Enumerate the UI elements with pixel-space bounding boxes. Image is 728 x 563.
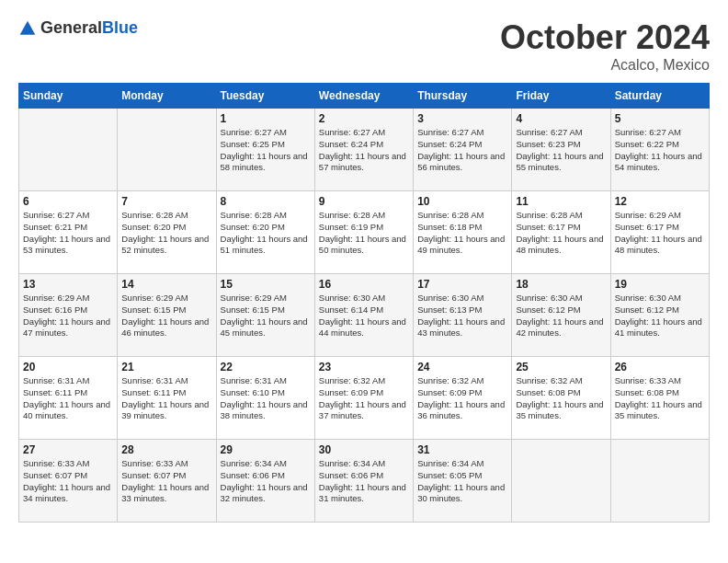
day-number: 9 (319, 195, 409, 208)
day-number: 28 (121, 443, 211, 456)
day-info: Sunrise: 6:31 AMSunset: 6:11 PMDaylight:… (121, 375, 211, 422)
day-number: 11 (516, 195, 606, 208)
day-number: 5 (615, 112, 705, 125)
day-number: 21 (121, 361, 211, 373)
day-info: Sunrise: 6:34 AMSunset: 6:06 PMDaylight:… (319, 458, 409, 505)
day-info: Sunrise: 6:28 AMSunset: 6:19 PMDaylight:… (319, 210, 409, 257)
day-info: Sunrise: 6:27 AMSunset: 6:25 PMDaylight:… (221, 127, 311, 174)
logo-text: GeneralBlue (40, 18, 138, 38)
day-info: Sunrise: 6:31 AMSunset: 6:10 PMDaylight:… (221, 375, 311, 422)
calendar-cell (512, 440, 610, 523)
calendar-body: 1Sunrise: 6:27 AMSunset: 6:25 PMDaylight… (19, 109, 710, 523)
day-info: Sunrise: 6:28 AMSunset: 6:17 PMDaylight:… (516, 210, 606, 257)
day-of-week-header: Wednesday (314, 84, 413, 109)
calendar-week-row: 20Sunrise: 6:31 AMSunset: 6:11 PMDayligh… (19, 357, 710, 440)
day-info: Sunrise: 6:27 AMSunset: 6:23 PMDaylight:… (516, 127, 606, 174)
month-title: October 2024 (500, 18, 710, 57)
day-info: Sunrise: 6:33 AMSunset: 6:07 PMDaylight:… (121, 458, 211, 505)
day-info: Sunrise: 6:28 AMSunset: 6:20 PMDaylight:… (221, 210, 311, 257)
day-info: Sunrise: 6:27 AMSunset: 6:24 PMDaylight:… (417, 127, 507, 174)
day-info: Sunrise: 6:32 AMSunset: 6:09 PMDaylight:… (319, 375, 409, 422)
day-info: Sunrise: 6:32 AMSunset: 6:09 PMDaylight:… (417, 375, 507, 422)
location-title: Acalco, Mexico (500, 57, 710, 74)
day-of-week-header: Sunday (19, 84, 118, 109)
calendar-cell: 8Sunrise: 6:28 AMSunset: 6:20 PMDaylight… (216, 191, 314, 274)
calendar-cell: 28Sunrise: 6:33 AMSunset: 6:07 PMDayligh… (118, 440, 216, 523)
day-number: 26 (615, 361, 705, 373)
day-info: Sunrise: 6:27 AMSunset: 6:22 PMDaylight:… (615, 127, 705, 174)
calendar-cell: 11Sunrise: 6:28 AMSunset: 6:17 PMDayligh… (512, 191, 610, 274)
calendar-cell: 16Sunrise: 6:30 AMSunset: 6:14 PMDayligh… (314, 274, 413, 357)
day-number: 31 (417, 443, 507, 456)
calendar-cell: 26Sunrise: 6:33 AMSunset: 6:08 PMDayligh… (610, 357, 709, 440)
calendar-cell: 6Sunrise: 6:27 AMSunset: 6:21 PMDaylight… (19, 191, 118, 274)
day-number: 12 (615, 195, 705, 208)
day-number: 29 (221, 443, 311, 456)
day-info: Sunrise: 6:30 AMSunset: 6:13 PMDaylight:… (417, 293, 507, 339)
calendar-table: SundayMondayTuesdayWednesdayThursdayFrid… (18, 83, 710, 523)
day-info: Sunrise: 6:28 AMSunset: 6:20 PMDaylight:… (121, 210, 211, 257)
calendar-cell: 22Sunrise: 6:31 AMSunset: 6:10 PMDayligh… (216, 357, 314, 440)
day-number: 1 (221, 112, 311, 125)
calendar-cell: 24Sunrise: 6:32 AMSunset: 6:09 PMDayligh… (414, 357, 512, 440)
day-number: 4 (516, 112, 606, 125)
day-number: 19 (615, 278, 705, 291)
day-of-week-header: Monday (118, 84, 216, 109)
logo: GeneralBlue (18, 18, 138, 38)
logo-icon (18, 19, 37, 38)
calendar-cell: 19Sunrise: 6:30 AMSunset: 6:12 PMDayligh… (610, 274, 709, 357)
calendar-cell: 5Sunrise: 6:27 AMSunset: 6:22 PMDaylight… (610, 109, 709, 191)
day-number: 24 (417, 361, 507, 373)
day-number: 16 (319, 278, 409, 291)
day-number: 27 (23, 443, 113, 456)
calendar-cell: 21Sunrise: 6:31 AMSunset: 6:11 PMDayligh… (118, 357, 216, 440)
day-number: 3 (417, 112, 507, 125)
calendar-cell: 17Sunrise: 6:30 AMSunset: 6:13 PMDayligh… (414, 274, 512, 357)
calendar-cell: 4Sunrise: 6:27 AMSunset: 6:23 PMDaylight… (512, 109, 610, 191)
day-number: 30 (319, 443, 409, 456)
calendar-week-row: 13Sunrise: 6:29 AMSunset: 6:16 PMDayligh… (19, 274, 710, 357)
calendar-cell: 9Sunrise: 6:28 AMSunset: 6:19 PMDaylight… (314, 191, 413, 274)
day-of-week-header: Thursday (414, 84, 512, 109)
day-info: Sunrise: 6:32 AMSunset: 6:08 PMDaylight:… (516, 375, 606, 422)
calendar-cell: 14Sunrise: 6:29 AMSunset: 6:15 PMDayligh… (118, 274, 216, 357)
calendar-cell: 23Sunrise: 6:32 AMSunset: 6:09 PMDayligh… (314, 357, 413, 440)
calendar-cell: 20Sunrise: 6:31 AMSunset: 6:11 PMDayligh… (19, 357, 118, 440)
day-info: Sunrise: 6:27 AMSunset: 6:24 PMDaylight:… (319, 127, 409, 174)
calendar-cell: 18Sunrise: 6:30 AMSunset: 6:12 PMDayligh… (512, 274, 610, 357)
day-info: Sunrise: 6:28 AMSunset: 6:18 PMDaylight:… (417, 210, 507, 257)
day-info: Sunrise: 6:34 AMSunset: 6:05 PMDaylight:… (417, 458, 507, 505)
day-info: Sunrise: 6:29 AMSunset: 6:16 PMDaylight:… (23, 293, 113, 339)
calendar-cell: 2Sunrise: 6:27 AMSunset: 6:24 PMDaylight… (314, 109, 413, 191)
calendar-cell: 15Sunrise: 6:29 AMSunset: 6:15 PMDayligh… (216, 274, 314, 357)
calendar-cell: 29Sunrise: 6:34 AMSunset: 6:06 PMDayligh… (216, 440, 314, 523)
calendar-cell (19, 109, 118, 191)
day-of-week-header: Saturday (610, 84, 709, 109)
day-number: 10 (417, 195, 507, 208)
calendar-cell: 13Sunrise: 6:29 AMSunset: 6:16 PMDayligh… (19, 274, 118, 357)
day-info: Sunrise: 6:29 AMSunset: 6:17 PMDaylight:… (615, 210, 705, 257)
svg-marker-0 (20, 20, 36, 34)
day-number: 25 (516, 361, 606, 373)
day-info: Sunrise: 6:31 AMSunset: 6:11 PMDaylight:… (23, 375, 113, 422)
day-number: 23 (319, 361, 409, 373)
calendar-cell: 30Sunrise: 6:34 AMSunset: 6:06 PMDayligh… (314, 440, 413, 523)
day-number: 22 (221, 361, 311, 373)
calendar-cell: 27Sunrise: 6:33 AMSunset: 6:07 PMDayligh… (19, 440, 118, 523)
calendar-cell: 7Sunrise: 6:28 AMSunset: 6:20 PMDaylight… (118, 191, 216, 274)
day-number: 14 (121, 278, 211, 291)
day-info: Sunrise: 6:27 AMSunset: 6:21 PMDaylight:… (23, 210, 113, 257)
calendar-week-row: 6Sunrise: 6:27 AMSunset: 6:21 PMDaylight… (19, 191, 710, 274)
day-info: Sunrise: 6:29 AMSunset: 6:15 PMDaylight:… (121, 293, 211, 339)
day-of-week-header: Tuesday (216, 84, 314, 109)
day-info: Sunrise: 6:34 AMSunset: 6:06 PMDaylight:… (221, 458, 311, 505)
calendar-cell (610, 440, 709, 523)
calendar-cell: 10Sunrise: 6:28 AMSunset: 6:18 PMDayligh… (414, 191, 512, 274)
day-info: Sunrise: 6:33 AMSunset: 6:07 PMDaylight:… (23, 458, 113, 505)
calendar-cell: 31Sunrise: 6:34 AMSunset: 6:05 PMDayligh… (414, 440, 512, 523)
calendar-cell: 1Sunrise: 6:27 AMSunset: 6:25 PMDaylight… (216, 109, 314, 191)
calendar-cell (118, 109, 216, 191)
page-header: GeneralBlue October 2024 Acalco, Mexico (18, 18, 710, 74)
title-block: October 2024 Acalco, Mexico (500, 18, 710, 74)
day-number: 15 (221, 278, 311, 291)
